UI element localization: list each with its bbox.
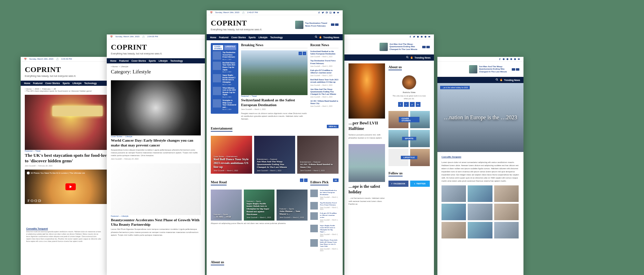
- nav-item[interactable]: Cover Stories: [132, 60, 146, 62]
- grid-image[interactable]: [494, 222, 519, 238]
- nav-item[interactable]: Lifestyle: [258, 36, 267, 39]
- editor-item[interactable]: Top Destination Travel News From Februar…: [310, 202, 339, 210]
- tag-cover[interactable]: COVER STORIES: [399, 117, 419, 122]
- article-subtitle[interactable]: Convallis Torquent: [437, 155, 523, 158]
- grid-image[interactable]: [442, 204, 466, 220]
- facebook-icon[interactable]: f: [398, 102, 403, 107]
- prev-icon[interactable]: ‹: [299, 52, 302, 55]
- cover-tag[interactable]: COVER STORIES: [213, 45, 223, 50]
- recent-item[interactable]: Top Destination Travel News From Februar…: [310, 60, 339, 67]
- post-tags[interactable]: Featured — Travel: [25, 150, 116, 152]
- cover-item[interactable]: Strategies to Help Lower Your Cholestero…: [213, 99, 236, 110]
- brand-title[interactable]: COPRINT: [111, 43, 162, 52]
- post-tags[interactable]: Featured — Travel: [241, 95, 308, 97]
- header-ad[interactable]: Top Destination Travel News From Februar…: [295, 21, 339, 29]
- header-ad[interactable]: Ant-Man And The Wasp: Quantumania Ending…: [469, 65, 519, 73]
- post-title[interactable]: …per Bowl LVII Halftime: [349, 121, 385, 131]
- post-title[interactable]: Beautycounter Accelerates Next Phase of …: [111, 218, 201, 227]
- cover-item[interactable]: What Rihanna wore at the 2023 Brands Cup…: [213, 87, 236, 98]
- facebook-icon[interactable]: [409, 35, 412, 38]
- next-icon[interactable]: ›: [304, 179, 308, 182]
- twitter-button[interactable]: tTWITTER: [410, 181, 430, 187]
- nav-item[interactable]: Cover Stories: [45, 82, 60, 84]
- youtube-icon[interactable]: [337, 11, 339, 14]
- recent-item[interactable]: Red Bull Dance Your Style 2023 reveals a…: [310, 79, 339, 86]
- nav-item[interactable]: Lifestyle: [72, 82, 81, 84]
- editor-item[interactable]: John Hunter Nemechek holds off Charge Fr…: [310, 239, 339, 252]
- trending-label[interactable]: Trending News: [504, 79, 520, 81]
- nav-item[interactable]: Cover Stories: [231, 36, 246, 39]
- nav-item[interactable]: Home: [110, 60, 116, 62]
- linkedin-icon[interactable]: [510, 58, 512, 60]
- pinterest-icon[interactable]: p: [410, 102, 415, 107]
- skype-icon[interactable]: [514, 58, 516, 60]
- breadcrumb-item[interactable]: Home: [112, 65, 118, 68]
- post-tags[interactable]: Featured — Lifestyle: [111, 215, 201, 217]
- search-icon[interactable]: [496, 78, 498, 82]
- twitter-icon[interactable]: t: [404, 102, 409, 107]
- prev-icon[interactable]: ‹: [300, 179, 303, 182]
- facebook-button[interactable]: fFACEBOOK: [388, 181, 408, 187]
- skype-icon[interactable]: [333, 11, 335, 14]
- nav-item[interactable]: Technology: [170, 60, 183, 62]
- post-image[interactable]: [349, 144, 385, 182]
- recent-item[interactable]: AC/DC Tribute Band headed to Sioux CityJ…: [310, 100, 339, 107]
- editor-item[interactable]: Switzerland Ranked as the Safest Europea…: [310, 190, 339, 200]
- ad-nav-prev[interactable]: [512, 68, 515, 71]
- ad-nav-next[interactable]: [426, 46, 430, 48]
- grid-image[interactable]: [442, 185, 466, 202]
- linkedin-icon[interactable]: [329, 11, 332, 14]
- breadcrumb-item[interactable]: Lifestyle: [121, 65, 128, 68]
- grid-image[interactable]: [494, 185, 519, 202]
- facebook-icon[interactable]: [499, 58, 501, 60]
- hero-pill[interactable]: …pe is the safest holiday for 2023: [440, 86, 470, 89]
- cover-item[interactable]: Super Rugby Pacific Round 2 Revels turn …: [213, 74, 236, 85]
- grid-image[interactable]: [468, 185, 492, 202]
- ad-nav-next[interactable]: [335, 23, 339, 26]
- trending-label[interactable]: Trending News: [415, 57, 430, 59]
- nav-item[interactable]: Featured: [119, 60, 128, 62]
- brand-title[interactable]: COPRINT: [211, 19, 262, 28]
- ent-card[interactable]: Cover Stories — Entertainment Red Bull D…: [211, 136, 252, 174]
- viewall-button[interactable]: VIEW ALL: [327, 125, 339, 128]
- play-icon[interactable]: [65, 183, 76, 190]
- nav-item[interactable]: Sports: [249, 36, 256, 39]
- sidebar-title[interactable]: Convallis Torquent: [26, 227, 102, 230]
- brand-title[interactable]: COPRINT: [25, 65, 76, 74]
- grid-image[interactable]: [442, 222, 466, 238]
- recent-item[interactable]: Switzerland Ranked as the Safest Europea…: [310, 50, 339, 58]
- editor-item[interactable]: Super Rugby Pacific teams Rebels turn to…: [310, 225, 339, 237]
- nav-item[interactable]: Home: [24, 82, 30, 84]
- post-title[interactable]: World Cancer Day: Early lifestyle change…: [111, 138, 201, 148]
- pinterest-icon[interactable]: [417, 35, 419, 38]
- search-icon[interactable]: [406, 56, 409, 59]
- post-image[interactable]: [111, 163, 201, 215]
- nav-item[interactable]: Home: [210, 36, 216, 39]
- ent-card[interactable]: Entertainment — Featured Ant-Man And The…: [254, 136, 295, 174]
- twitter-icon[interactable]: [502, 58, 505, 60]
- twitter-icon[interactable]: [322, 11, 324, 14]
- mr-card[interactable]: Featured — Sports…Jr. hits …rival: [211, 190, 242, 221]
- post-image[interactable]: [349, 63, 385, 119]
- all-button[interactable]: All: [333, 179, 339, 182]
- hero-image[interactable]: ‹›: [241, 50, 308, 95]
- linkedin-icon[interactable]: in: [416, 102, 420, 107]
- linkedin-icon[interactable]: [420, 35, 423, 38]
- youtube-icon[interactable]: [518, 58, 520, 60]
- cover-tag[interactable]: LIFESTYLE: [224, 45, 236, 50]
- next-icon[interactable]: ›: [303, 52, 306, 55]
- grid-image[interactable]: [468, 204, 492, 220]
- twitter-icon[interactable]: [413, 35, 415, 38]
- ad-nav-prev[interactable]: [331, 23, 334, 26]
- youtube-icon[interactable]: [428, 35, 430, 38]
- tag-lifestyle[interactable]: LIFESTYLE: [401, 156, 417, 159]
- editor-item[interactable]: Feds give $17.8 million to Alberta's tou…: [310, 212, 339, 223]
- post-title[interactable]: The UK's best staycation spots for food-…: [25, 153, 116, 164]
- post-title[interactable]: Switzerland Ranked as the Safest Europea…: [241, 98, 308, 108]
- cover-item[interactable]: Top Destination Travel News From Februar…: [213, 51, 236, 60]
- nav-item[interactable]: Sports: [63, 82, 70, 84]
- nav-item[interactable]: Featured: [33, 82, 42, 84]
- recent-item[interactable]: Ant-Man And The Wasp: Quantumania Ending…: [310, 88, 339, 98]
- post-title[interactable]: …ope is the safest holiday: [349, 184, 385, 195]
- mr-card[interactable]: Featured — SportsSuper Rugby Pacific tea…: [244, 190, 275, 221]
